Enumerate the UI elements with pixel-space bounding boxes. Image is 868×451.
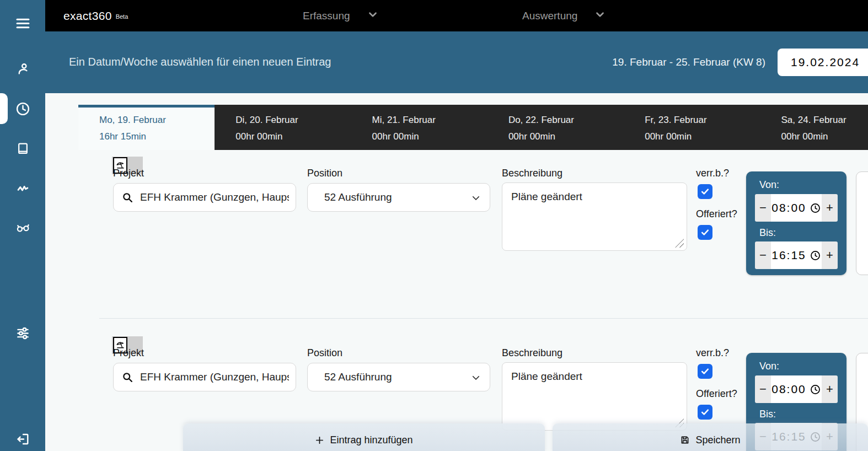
- beschreibung-label: Beschreibung: [502, 168, 562, 179]
- bis-label: Bis:: [759, 409, 776, 420]
- tab-saturday[interactable]: Sa, 24. Februar 00hr 00min: [760, 105, 868, 150]
- save-button[interactable]: Speichern: [553, 423, 868, 451]
- project-search-input[interactable]: [113, 183, 296, 212]
- clock-icon: [810, 250, 821, 261]
- tab-hours-label: 16hr 15min: [99, 131, 215, 142]
- sidebar-item-users[interactable]: [9, 56, 36, 82]
- verrb-checkbox[interactable]: [698, 364, 712, 379]
- tab-monday[interactable]: Mo, 19. Februar 16hr 15min: [78, 105, 215, 150]
- tab-day-label: Sa, 24. Februar: [781, 115, 868, 126]
- brand: exact360 Beta: [63, 0, 128, 31]
- sidebar-item-time-tracking[interactable]: [9, 95, 36, 122]
- position-selected-value: 52 Ausführung: [324, 371, 392, 383]
- add-entry-label: Eintrag hinzufügen: [330, 434, 412, 446]
- position-select[interactable]: 52 Ausführung: [307, 363, 490, 391]
- chevron-down-icon: [367, 8, 379, 23]
- nav-auswertung[interactable]: Auswertung: [522, 0, 606, 31]
- book-icon: [15, 141, 30, 156]
- position-selected-value: 52 Ausführung: [324, 191, 392, 203]
- minus-button[interactable]: −: [755, 375, 771, 403]
- sidebar-item-glasses[interactable]: [9, 214, 36, 240]
- check-icon: [700, 407, 710, 417]
- verrb-label: verr.b.?: [696, 347, 729, 359]
- projekt-label: Projekt: [113, 168, 144, 179]
- beschreibung-label: Beschreibung: [502, 347, 562, 359]
- bis-stepper: − 16:15 +: [755, 241, 838, 269]
- description-textarea[interactable]: Pläne geändert: [502, 182, 687, 251]
- project-search-input[interactable]: [113, 363, 296, 391]
- tab-hours-label: 00hr 00min: [372, 131, 487, 142]
- verrb-checkbox[interactable]: [698, 184, 712, 199]
- sidebar-item-logout[interactable]: [9, 426, 36, 451]
- save-label: Speichern: [695, 434, 740, 446]
- logout-icon: [15, 432, 30, 447]
- subheader: Ein Datum/Woche auswählen für einen neue…: [45, 31, 868, 93]
- position-label: Position: [307, 347, 342, 359]
- sidebar-item-menu[interactable]: [9, 10, 36, 36]
- cutoff-panel: [856, 171, 868, 275]
- tab-thursday[interactable]: Do, 22. Februar 00hr 00min: [487, 105, 624, 150]
- von-time-input[interactable]: 08:00: [771, 375, 822, 403]
- clock-icon: [810, 384, 821, 395]
- chevron-down-icon: [471, 373, 481, 383]
- row-divider: [99, 318, 868, 319]
- date-input[interactable]: [778, 49, 868, 76]
- offeriert-label: Offeriert?: [696, 388, 737, 400]
- nav-erfassung[interactable]: Erfassung: [303, 0, 379, 31]
- tab-tuesday[interactable]: Di, 20. Februar 00hr 00min: [215, 105, 351, 150]
- offeriert-checkbox[interactable]: [698, 225, 712, 240]
- chevron-down-icon: [594, 8, 606, 23]
- week-range-label: 19. Februar - 25. Februar (KW 8): [612, 56, 765, 68]
- tab-day-label: Mo, 19. Februar: [99, 115, 215, 126]
- plus-button[interactable]: +: [822, 241, 838, 269]
- sidebar-item-filters[interactable]: [9, 320, 36, 346]
- sidebar-item-signature[interactable]: [9, 175, 36, 201]
- plus-icon: [315, 436, 324, 445]
- von-stepper: − 08:00 +: [755, 375, 838, 403]
- users-icon: [15, 62, 30, 77]
- offeriert-checkbox[interactable]: [698, 405, 712, 420]
- plus-button[interactable]: +: [822, 194, 838, 222]
- day-tabbar: Mo, 19. Februar 16hr 15min Di, 20. Febru…: [78, 105, 868, 150]
- check-icon: [700, 187, 710, 196]
- sliders-icon: [15, 325, 31, 341]
- signature-icon: [15, 181, 30, 196]
- tab-day-label: Di, 20. Februar: [235, 115, 351, 126]
- description-textarea[interactable]: Pläne geändert: [502, 362, 687, 431]
- brand-beta-tag: Beta: [116, 13, 128, 20]
- tab-hours-label: 00hr 00min: [235, 131, 351, 142]
- add-entry-button[interactable]: Eintrag hinzufügen: [183, 423, 545, 451]
- von-time-value: 08:00: [771, 201, 806, 214]
- time-panel: Von: − 08:00 + Bis: − 16:15 +: [746, 171, 846, 275]
- von-time-value: 08:00: [771, 383, 806, 396]
- tab-day-label: Do, 22. Februar: [508, 115, 624, 126]
- menu-icon: [15, 16, 30, 31]
- sidebar: [0, 0, 45, 451]
- projekt-label: Projekt: [113, 347, 144, 359]
- bis-time-input[interactable]: 16:15: [771, 241, 822, 269]
- chevron-down-icon: [471, 193, 481, 203]
- minus-button[interactable]: −: [755, 194, 771, 222]
- von-time-input[interactable]: 08:00: [771, 194, 822, 222]
- sidebar-item-book[interactable]: [9, 135, 36, 162]
- plus-button[interactable]: +: [822, 375, 838, 403]
- tab-friday[interactable]: Fr, 23. Februar 00hr 00min: [624, 105, 760, 150]
- app-window: exact360 Beta Erfassung Auswertung Ein D…: [0, 0, 868, 451]
- glasses-icon: [15, 219, 31, 235]
- offeriert-label: Offeriert?: [696, 208, 737, 220]
- von-label: Von:: [759, 361, 779, 372]
- brand-name: exact360: [63, 9, 112, 23]
- position-select[interactable]: 52 Ausführung: [307, 183, 490, 212]
- tab-hours-label: 00hr 00min: [781, 131, 868, 142]
- tab-wednesday[interactable]: Mi, 21. Februar 00hr 00min: [351, 105, 487, 150]
- verrb-label: verr.b.?: [696, 168, 729, 179]
- von-label: Von:: [759, 179, 779, 191]
- instruction-text: Ein Datum/Woche auswählen für einen neue…: [69, 56, 331, 68]
- nav-erfassung-label: Erfassung: [303, 10, 350, 22]
- save-icon: [680, 435, 690, 445]
- bis-time-value: 16:15: [771, 249, 806, 262]
- check-icon: [700, 228, 710, 237]
- clock-icon: [15, 101, 31, 117]
- minus-button[interactable]: −: [755, 241, 771, 269]
- position-label: Position: [307, 168, 342, 179]
